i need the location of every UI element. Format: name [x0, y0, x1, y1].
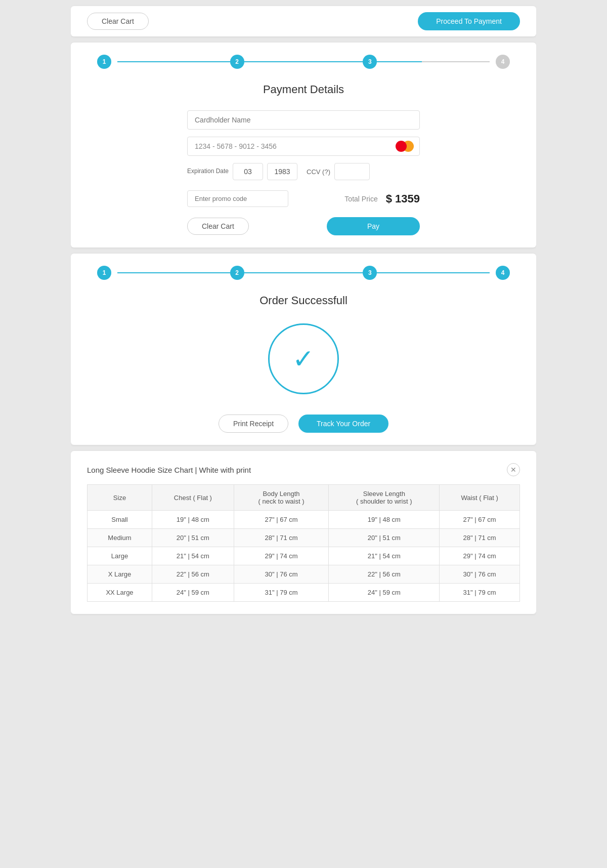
- size-chart-header: Long Sleeve Hoodie Size Chart | White wi…: [87, 463, 520, 476]
- col-chest: Chest ( Flat ): [152, 485, 234, 511]
- size-cell: 31" | 79 cm: [234, 584, 329, 602]
- col-waist: Waist ( Flat ): [440, 485, 520, 511]
- order-stepper: 1 2 3 4: [87, 266, 520, 280]
- payment-bottom-row: Total Price $ 1359: [187, 190, 420, 207]
- total-section: Total Price $ 1359: [344, 192, 420, 205]
- order-success-title: Order Successfull: [87, 294, 520, 307]
- order-stepper-step-3[interactable]: 3: [363, 266, 377, 280]
- size-table-row: XX Large24" | 59 cm31" | 79 cm24" | 59 c…: [88, 584, 520, 602]
- cardholder-input[interactable]: [187, 110, 420, 130]
- checkmark-icon: ✓: [292, 346, 315, 372]
- payment-form: Expiration Date CCV (?) Total Price $ 13…: [187, 110, 420, 235]
- payment-title: Payment Details: [87, 83, 520, 96]
- expiry-row: Expiration Date CCV (?): [187, 163, 420, 180]
- stepper-step-4[interactable]: 4: [496, 55, 510, 69]
- size-cell: Small: [88, 511, 152, 529]
- col-sleeve-length: Sleeve Length( shoulder to wrist ): [329, 485, 440, 511]
- size-cell: 28" | 71 cm: [234, 529, 329, 547]
- size-cell: 21" | 54 cm: [329, 547, 440, 565]
- size-cell: 20" | 51 cm: [329, 529, 440, 547]
- size-table-row: Medium20" | 51 cm28" | 71 cm20" | 51 cm2…: [88, 529, 520, 547]
- size-cell: 19" | 48 cm: [152, 511, 234, 529]
- cardholder-group: [187, 110, 420, 130]
- order-actions: Print Receipt Track Your Order: [87, 415, 520, 433]
- size-table-header-row: Size Chest ( Flat ) Body Length( neck to…: [88, 485, 520, 511]
- size-cell: Medium: [88, 529, 152, 547]
- expiry-label: Expiration Date: [187, 168, 229, 176]
- payment-section: 1 2 3 4 Payment Details Expiration Date …: [71, 43, 536, 247]
- size-cell: 28" | 71 cm: [440, 529, 520, 547]
- clear-cart-button-top[interactable]: Clear Cart: [87, 13, 149, 30]
- col-size: Size: [88, 485, 152, 511]
- pay-button[interactable]: Pay: [327, 217, 420, 235]
- proceed-to-payment-button[interactable]: Proceed To Payment: [418, 12, 520, 30]
- size-table-row: Small19" | 48 cm27" | 67 cm19" | 48 cm27…: [88, 511, 520, 529]
- close-button[interactable]: ✕: [507, 463, 520, 476]
- size-cell: 24" | 59 cm: [329, 584, 440, 602]
- size-table-row: X Large22" | 56 cm30" | 76 cm22" | 56 cm…: [88, 565, 520, 584]
- size-cell: 27" | 67 cm: [440, 511, 520, 529]
- size-table-row: Large21" | 54 cm29" | 74 cm21" | 54 cm29…: [88, 547, 520, 565]
- size-cell: 20" | 51 cm: [152, 529, 234, 547]
- stepper-track-order: [117, 272, 490, 273]
- stepper-step-1[interactable]: 1: [97, 55, 111, 69]
- order-stepper-step-1[interactable]: 1: [97, 266, 111, 280]
- track-order-button[interactable]: Track Your Order: [298, 415, 388, 433]
- clear-cart-button-payment[interactable]: Clear Cart: [187, 218, 249, 235]
- expiry-month-input[interactable]: [233, 163, 263, 180]
- order-stepper-step-2[interactable]: 2: [230, 266, 244, 280]
- size-cell: 19" | 48 cm: [329, 511, 440, 529]
- card-number-input[interactable]: [187, 137, 420, 156]
- promo-code-input[interactable]: [187, 190, 288, 207]
- size-chart-title: Long Sleeve Hoodie Size Chart | White wi…: [87, 466, 251, 474]
- stepper-step-3[interactable]: 3: [363, 55, 377, 69]
- print-receipt-button[interactable]: Print Receipt: [219, 415, 288, 433]
- total-amount: $ 1359: [386, 192, 420, 205]
- order-stepper-step-4[interactable]: 4: [496, 266, 510, 280]
- total-label: Total Price: [344, 195, 377, 203]
- top-bar: Clear Cart Proceed To Payment: [71, 6, 536, 36]
- size-chart-section: Long Sleeve Hoodie Size Chart | White wi…: [71, 451, 536, 614]
- mc-red-circle: [396, 141, 407, 152]
- size-cell: 24" | 59 cm: [152, 584, 234, 602]
- card-number-group: [187, 137, 420, 156]
- size-cell: 30" | 76 cm: [440, 565, 520, 584]
- payment-actions: Clear Cart Pay: [187, 217, 420, 235]
- payment-stepper: 1 2 3 4: [87, 55, 520, 69]
- size-table-head: Size Chest ( Flat ) Body Length( neck to…: [88, 485, 520, 511]
- ccv-input[interactable]: [334, 163, 370, 180]
- size-cell: 31" | 79 cm: [440, 584, 520, 602]
- size-cell: 27" | 67 cm: [234, 511, 329, 529]
- size-cell: 22" | 56 cm: [329, 565, 440, 584]
- expiry-group: Expiration Date CCV (?): [187, 163, 420, 180]
- expiry-year-input[interactable]: [267, 163, 297, 180]
- size-cell: 29" | 74 cm: [440, 547, 520, 565]
- ccv-label: CCV (?): [307, 168, 330, 176]
- mastercard-icon: [396, 141, 414, 152]
- size-cell: 29" | 74 cm: [234, 547, 329, 565]
- size-table: Size Chest ( Flat ) Body Length( neck to…: [87, 484, 520, 602]
- size-cell: Large: [88, 547, 152, 565]
- size-cell: 21" | 54 cm: [152, 547, 234, 565]
- col-body-length: Body Length( neck to waist ): [234, 485, 329, 511]
- order-success-section: 1 2 3 4 Order Successfull ✓ Print Receip…: [71, 254, 536, 445]
- stepper-step-2[interactable]: 2: [230, 55, 244, 69]
- size-cell: X Large: [88, 565, 152, 584]
- success-icon-circle: ✓: [268, 323, 339, 394]
- size-cell: XX Large: [88, 584, 152, 602]
- size-table-body: Small19" | 48 cm27" | 67 cm19" | 48 cm27…: [88, 511, 520, 602]
- size-cell: 30" | 76 cm: [234, 565, 329, 584]
- size-cell: 22" | 56 cm: [152, 565, 234, 584]
